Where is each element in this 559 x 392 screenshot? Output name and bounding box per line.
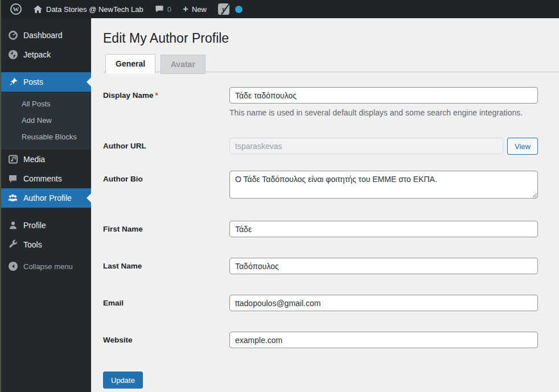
author-bio-row: Author Bio Ο Τάδε Ταδόπουλος είναι φοιτη… [103, 171, 538, 200]
sidebar-label: Collapse menu [23, 262, 73, 271]
required-asterisk: * [155, 91, 158, 100]
sidebar-label: Jetpack [23, 50, 51, 59]
sidebar-label: Posts [23, 77, 43, 86]
sidebar-item-all-posts[interactable]: All Posts [0, 96, 91, 112]
sidebar-item-posts[interactable]: Posts [0, 72, 91, 92]
first-name-label: First Name [103, 221, 229, 233]
author-profile-form: Display Name* This name is used in sever… [103, 72, 538, 389]
user-icon [7, 220, 18, 231]
first-name-input[interactable] [229, 221, 538, 237]
sidebar-item-media[interactable]: Media [0, 150, 91, 169]
new-label: New [192, 5, 207, 14]
comment-bubble-icon [155, 5, 164, 14]
comments-count: 0 [167, 5, 171, 14]
sidebar-item-comments[interactable]: Comments [0, 169, 91, 188]
display-name-row: Display Name* This name is used in sever… [103, 87, 538, 117]
email-row: Email [103, 295, 538, 311]
comments-bubble-menu[interactable]: 0 [149, 0, 177, 18]
display-name-input[interactable] [229, 87, 538, 104]
window-edge [0, 0, 1, 392]
plus-icon: + [183, 4, 188, 14]
collapse-menu-button[interactable]: Collapse menu [0, 257, 91, 276]
comments-icon [7, 174, 18, 184]
display-name-help-text: This name is used in several default dis… [229, 108, 538, 117]
update-button[interactable]: Update [103, 372, 143, 389]
sidebar-label: Comments [23, 174, 62, 183]
jetpack-icon [7, 49, 18, 60]
page-title: Edit My Author Profile [103, 31, 538, 46]
main-content: Edit My Author Profile General Avatar Di… [91, 18, 559, 392]
author-bio-textarea[interactable]: Ο Τάδε Ταδόπουλος είναι φοιτητής του ΕΜΜ… [229, 171, 538, 199]
tab-general[interactable]: General [105, 54, 155, 74]
users-group-icon [7, 193, 18, 204]
yoast-seo-menu[interactable]: y [212, 0, 248, 18]
sidebar-item-profile[interactable]: Profile [0, 216, 91, 235]
sidebar-item-author-profile[interactable]: Author Profile [0, 188, 91, 208]
sidebar-label: Author Profile [23, 193, 72, 203]
media-icon [7, 154, 18, 165]
menu-separator [0, 64, 91, 72]
tab-avatar[interactable]: Avatar [161, 55, 205, 74]
wordpress-logo-icon: W [10, 3, 22, 15]
sidebar-label: Media [23, 155, 45, 164]
menu-separator [0, 208, 91, 216]
author-url-label: Author URL [103, 138, 229, 150]
tab-bar: General Avatar [103, 53, 559, 72]
sidebar-item-tools[interactable]: Tools [0, 235, 91, 254]
wp-logo-menu[interactable]: W [5, 0, 27, 18]
notification-dot-icon [235, 6, 242, 13]
yoast-seo-icon: y [218, 3, 229, 15]
website-input[interactable] [229, 332, 538, 348]
display-name-label: Display Name* [103, 87, 229, 100]
pushpin-icon [7, 77, 18, 88]
email-label: Email [103, 295, 229, 307]
label-text: Display Name [103, 91, 154, 100]
author-url-input [229, 138, 503, 154]
wrench-icon [7, 240, 18, 250]
sidebar-label: Profile [23, 221, 46, 230]
posts-submenu: All Posts Add New Reusable Blocks [0, 92, 91, 150]
last-name-label: Last Name [103, 258, 229, 270]
site-name-label: Data Stories @ NewTech Lab [46, 5, 143, 14]
site-name-menu[interactable]: Data Stories @ NewTech Lab [27, 0, 149, 18]
first-name-row: First Name [103, 221, 538, 237]
sidebar-item-dashboard[interactable]: Dashboard [0, 26, 91, 45]
sidebar-item-reusable-blocks[interactable]: Reusable Blocks [0, 129, 91, 145]
email-input[interactable] [229, 295, 538, 311]
admin-sidebar-menu: Dashboard Jetpack Posts All Posts Add Ne… [0, 18, 91, 392]
sidebar-item-jetpack[interactable]: Jetpack [0, 45, 91, 64]
last-name-input[interactable] [229, 258, 538, 274]
last-name-row: Last Name [103, 258, 538, 274]
collapse-arrow-icon [7, 261, 18, 272]
author-url-row: Author URL View [103, 138, 538, 155]
dashboard-gauge-icon [7, 30, 18, 41]
view-author-url-button[interactable]: View [507, 138, 538, 155]
sidebar-label: Dashboard [23, 31, 63, 40]
sidebar-item-add-new[interactable]: Add New [0, 112, 91, 129]
new-content-menu[interactable]: + New [177, 0, 212, 18]
home-icon [33, 5, 43, 14]
sidebar-label: Tools [23, 240, 42, 249]
website-row: Website [103, 332, 538, 348]
website-label: Website [103, 332, 229, 344]
admin-bar: W Data Stories @ NewTech Lab 0 + New y [0, 0, 559, 18]
author-bio-label: Author Bio [103, 171, 229, 183]
